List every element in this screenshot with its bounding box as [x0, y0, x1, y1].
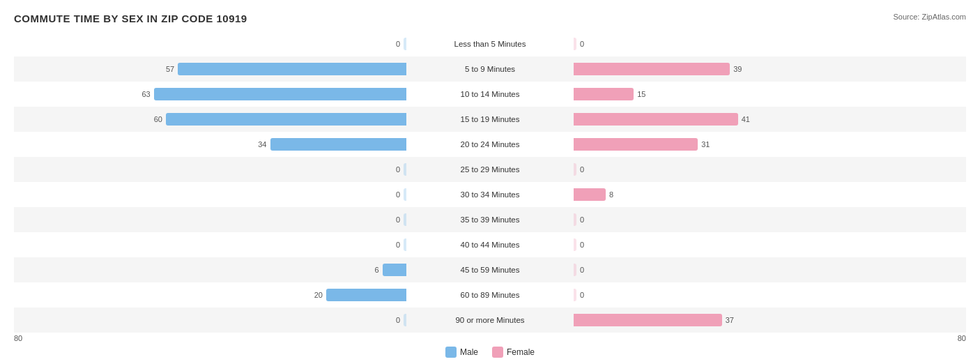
female-side: 39: [574, 63, 966, 75]
row-label: 30 to 34 Minutes: [406, 190, 574, 199]
female-value: 0: [580, 165, 599, 174]
female-side: 31: [574, 138, 966, 151]
male-value: 0: [381, 316, 400, 324]
female-color-swatch: [492, 347, 503, 358]
female-value: 0: [580, 241, 599, 249]
female-value: 0: [580, 40, 599, 48]
male-value: 0: [381, 215, 400, 224]
male-bar: [404, 163, 406, 176]
female-bar: [574, 138, 698, 151]
male-value: 20: [303, 291, 323, 299]
male-value: 0: [381, 165, 400, 174]
male-bar: [404, 188, 406, 201]
male-side: 0: [14, 213, 406, 226]
axis-labels: 80 80: [14, 334, 966, 342]
female-bar: [574, 314, 722, 326]
row-label: 40 to 44 Minutes: [406, 241, 574, 249]
male-color-swatch: [445, 347, 457, 358]
male-value: 57: [155, 65, 174, 73]
legend-male: Male: [445, 347, 478, 358]
table-row: 6 45 to 59 Minutes 0: [14, 257, 966, 282]
axis-right: 80: [958, 334, 966, 342]
male-side: 0: [14, 163, 406, 176]
row-label: Less than 5 Minutes: [406, 40, 574, 48]
female-value: 0: [580, 291, 599, 299]
row-label: 60 to 89 Minutes: [406, 291, 574, 299]
legend-female: Female: [492, 347, 535, 358]
male-side: 6: [14, 264, 406, 276]
male-bar: [154, 88, 406, 100]
female-value: 8: [609, 190, 629, 199]
female-side: 0: [574, 163, 966, 176]
female-bar: [574, 188, 606, 201]
female-bar: [574, 238, 576, 251]
female-bar: [574, 113, 738, 126]
female-value: 15: [637, 90, 657, 98]
table-row: 0 40 to 44 Minutes 0: [14, 232, 966, 257]
female-value: 37: [726, 316, 745, 324]
male-value: 60: [143, 115, 162, 123]
row-label: 20 to 24 Minutes: [406, 140, 574, 149]
bars-wrapper: 0 Less than 5 Minutes 0 57 5 to 9 Minute…: [14, 31, 966, 333]
male-side: 57: [14, 63, 406, 75]
female-bar: [574, 163, 576, 176]
male-bar: [404, 213, 406, 226]
male-bar: [404, 238, 406, 251]
male-side: 0: [14, 314, 406, 326]
table-row: 0 30 to 34 Minutes 8: [14, 182, 966, 207]
female-value: 0: [580, 215, 599, 224]
male-value: 0: [381, 40, 400, 48]
chart-container: COMMUTE TIME BY SEX IN ZIP CODE 10919 So…: [0, 0, 980, 364]
female-side: 0: [574, 213, 966, 226]
male-side: 60: [14, 113, 406, 126]
male-bar: [326, 289, 406, 301]
male-value: 0: [381, 190, 400, 199]
male-side: 20: [14, 289, 406, 301]
female-side: 8: [574, 188, 966, 201]
row-label: 5 to 9 Minutes: [406, 65, 574, 73]
male-value: 63: [131, 90, 151, 98]
table-row: 60 15 to 19 Minutes 41: [14, 107, 966, 132]
female-value: 0: [580, 266, 599, 274]
female-side: 0: [574, 238, 966, 251]
male-bar: [404, 314, 406, 326]
male-bar: [383, 264, 407, 276]
female-side: 0: [574, 38, 966, 50]
male-value: 34: [247, 140, 267, 149]
female-value: 31: [701, 140, 721, 149]
male-side: 34: [14, 138, 406, 151]
female-bar: [574, 38, 576, 50]
male-side: 63: [14, 88, 406, 100]
male-bar: [166, 113, 406, 126]
male-value: 0: [381, 241, 400, 249]
row-label: 35 to 39 Minutes: [406, 215, 574, 224]
source-label: Source: ZipAtlas.com: [893, 13, 966, 21]
female-bar: [574, 63, 730, 75]
male-value: 6: [360, 266, 379, 274]
male-side: 0: [14, 38, 406, 50]
row-label: 25 to 29 Minutes: [406, 165, 574, 174]
table-row: 0 25 to 29 Minutes 0: [14, 157, 966, 182]
female-side: 37: [574, 314, 966, 326]
female-side: 0: [574, 264, 966, 276]
male-side: 0: [14, 238, 406, 251]
female-bar: [574, 289, 576, 301]
female-side: 0: [574, 289, 966, 301]
male-bar: [178, 63, 406, 75]
row-label: 45 to 59 Minutes: [406, 266, 574, 274]
table-row: 34 20 to 24 Minutes 31: [14, 132, 966, 157]
female-value: 39: [733, 65, 753, 73]
table-row: 0 35 to 39 Minutes 0: [14, 207, 966, 232]
chart-title: COMMUTE TIME BY SEX IN ZIP CODE 10919: [14, 13, 966, 24]
table-row: 0 90 or more Minutes 37: [14, 308, 966, 333]
male-side: 0: [14, 188, 406, 201]
row-label: 15 to 19 Minutes: [406, 115, 574, 123]
female-label: Female: [507, 347, 535, 357]
table-row: 63 10 to 14 Minutes 15: [14, 82, 966, 107]
table-row: 20 60 to 89 Minutes 0: [14, 282, 966, 308]
legend: Male Female: [14, 347, 966, 358]
female-side: 15: [574, 88, 966, 100]
female-bar: [574, 88, 634, 100]
axis-left: 80: [14, 334, 22, 342]
male-bar: [404, 38, 406, 50]
